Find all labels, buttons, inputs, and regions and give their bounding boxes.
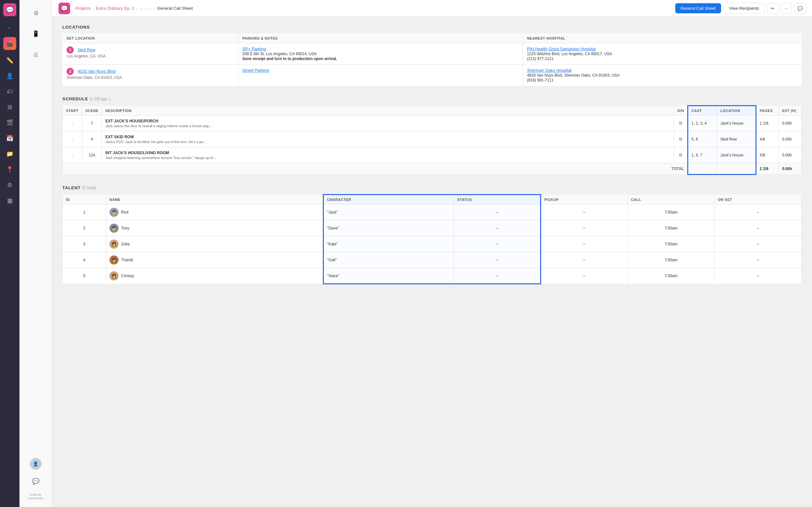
sched-pages: 4/8 [756, 131, 779, 147]
talent-status: – [454, 268, 541, 284]
talent-name: 👩 Thandi [106, 252, 323, 268]
talent-pickup: – [541, 252, 628, 268]
col-est: EST (H) [779, 106, 802, 116]
sched-cast: 5, 6 [688, 131, 717, 147]
sched-pages: 1 1/8 [756, 116, 779, 131]
edit-icon[interactable]: ✏️ [3, 54, 16, 67]
talent-section: TALENT (5 Total) ID NAME CHARACTER STATU… [62, 185, 802, 284]
schedule-row: – 4 EXT SKID ROW Jack's POV. Jack is ter… [63, 131, 802, 147]
main-content: 💬 Projects › Extra Ordinary Ep. 2 › ... … [52, 0, 812, 507]
col-id: ID [63, 195, 106, 205]
schedule-header-row: START SCENE DESCRIPTION D/N CAST LOCATIO… [63, 106, 802, 116]
col-call: CALL [627, 195, 715, 205]
sched-dn: D [674, 116, 688, 131]
location-row: 2 4520 Van Nuys Blvd Sherman Oaks, CA 91… [63, 65, 802, 86]
col-status: STATUS [454, 195, 541, 205]
location-hospital: Sherman Oaks Hospital 4929 Van Nuys Blvd… [523, 65, 802, 86]
locations-thead: SET LOCATION PARKING & NOTES NEAREST HOS… [63, 34, 802, 43]
film-icon[interactable]: 🎬 [3, 116, 16, 129]
sched-scene: 4 [82, 131, 102, 147]
talent-onset: – [715, 205, 802, 220]
talent-onset: – [715, 252, 802, 268]
col-cast: CAST [688, 106, 717, 116]
talent-call: 7:00am [627, 220, 715, 236]
breadcrumb-current: General Call Sheet [157, 6, 193, 11]
sched-location: Jack's House [717, 116, 756, 131]
more-button[interactable]: ··· [781, 3, 792, 14]
location-set: 2 4520 Van Nuys Blvd Sherman Oaks, CA 91… [63, 65, 239, 86]
sched-cast: 1, 6, 7 [688, 147, 717, 163]
location-icon[interactable]: 📍 [3, 163, 16, 176]
location-hospital: PIH Health Good Samaritan Hospital 1225 … [523, 43, 802, 65]
breadcrumb-project[interactable]: Extra Ordinary Ep. 2 [96, 6, 134, 11]
talent-character: "Voice" [323, 268, 453, 284]
resend-button[interactable]: Resend Call Sheet [675, 3, 721, 13]
breadcrumb-ellipsis2[interactable]: ... [148, 6, 152, 11]
total-cast [688, 163, 717, 175]
view-recipients-button[interactable]: View Recipients [724, 3, 765, 14]
sched-desc: EXT JACK'S HOUSE/PORCH Jack opens the do… [102, 116, 674, 131]
brand-icon[interactable]: 💬 [3, 3, 16, 16]
locations-section: LOCATIONS SET LOCATION PARKING & NOTES N… [62, 25, 802, 86]
monitor-icon: 🖥 [33, 10, 39, 16]
total-pages: 2 2/8 [756, 163, 779, 175]
sched-est: 0.00h [779, 131, 802, 147]
calendar-icon[interactable]: 📅 [3, 132, 16, 145]
schedule-row: – 7 EXT JACK'S HOUSE/PORCH Jack opens th… [63, 116, 802, 131]
talent-onset: – [715, 236, 802, 252]
sched-dn: D [674, 147, 688, 163]
talent-pickup: – [541, 220, 628, 236]
edit-button[interactable]: ✏ [767, 3, 778, 14]
board-icon[interactable]: ▦ [3, 194, 16, 207]
breadcrumb-ellipsis1[interactable]: ... [139, 6, 143, 11]
bookmark-icon[interactable]: 🏷 [3, 85, 16, 98]
locations-tbody: 1 Skid Row Los Angeles, CA, USA SP+ Park… [63, 43, 802, 86]
user-icon[interactable]: 👤 [3, 69, 16, 82]
talent-header-row: ID NAME CHARACTER STATUS PICKUP CALL ON … [63, 195, 802, 205]
col-description: DESCRIPTION [102, 106, 674, 116]
filter-icon[interactable]: ⚙ [3, 178, 16, 191]
col-parking-notes: PARKING & NOTES [239, 34, 523, 43]
mobile-view[interactable]: 📱 [23, 24, 49, 44]
location-parking: SP+ Parking 208 E 6th St, Los Angeles, C… [239, 43, 523, 65]
talent-thead: ID NAME CHARACTER STATUS PICKUP CALL ON … [63, 195, 802, 205]
talent-row: 1 👨 Rick "Jack" – – 7:00am – [63, 205, 802, 220]
user-avatar[interactable]: 👤 [30, 458, 42, 470]
comment-view[interactable]: 💬 [23, 471, 49, 491]
desktop-view[interactable]: 🖥 [23, 3, 49, 23]
sched-desc: INT JACK'S HOUSE/LIVING ROOM Jack stoppe… [102, 147, 674, 163]
print-view[interactable]: 🖨 [23, 45, 49, 64]
sched-start: – [63, 147, 82, 163]
back-icon[interactable]: ← [3, 21, 16, 35]
talent-pickup: – [541, 236, 628, 252]
col-pickup: PICKUP [541, 195, 628, 205]
sidebar-left: 💬 ← 🎬 ✏️ 👤 🏷 ⊞ 🎬 📅 📁 📍 ⚙ ▦ [0, 0, 19, 507]
location-set: 1 Skid Row Los Angeles, CA, USA [63, 43, 239, 65]
folder-icon[interactable]: 📁 [3, 147, 16, 160]
sched-desc: EXT SKID ROW Jack's POV. Jack is terrifi… [102, 131, 674, 147]
talent-row: 2 👨 Tony "Dave" – – 7:00am – [63, 220, 802, 236]
talent-onset: – [715, 220, 802, 236]
talent-name-text: Thandi [121, 258, 133, 262]
talent-name: 👨 Tony [106, 220, 323, 236]
topbar: 💬 Projects › Extra Ordinary Ep. 2 › ... … [52, 0, 812, 17]
col-character: CHARACTER [323, 195, 453, 205]
sidebar-right-bottom: 👤 💬 Made By Leanometry [23, 458, 49, 504]
chat-button[interactable]: 💬 [795, 3, 806, 14]
talent-id: 2 [63, 220, 106, 236]
sched-start: – [63, 131, 82, 147]
schedule-section: SCHEDULE (2 2/8 pgs, ) START SCENE DESCR… [62, 96, 802, 175]
breadcrumb-projects[interactable]: Projects [75, 6, 91, 11]
layers-icon[interactable]: ⊞ [3, 101, 16, 114]
talent-name-text: Tony [121, 226, 129, 230]
sched-dn: D [674, 131, 688, 147]
col-set-location: SET LOCATION [63, 34, 239, 43]
locations-title: LOCATIONS [62, 25, 802, 30]
schedule-total-row: TOTAL 2 2/8 0.00h [63, 163, 802, 175]
sched-est: 0.00h [779, 116, 802, 131]
talent-call: 7:00am [627, 268, 715, 284]
locations-header-row: SET LOCATION PARKING & NOTES NEAREST HOS… [63, 34, 802, 43]
mobile-icon: 📱 [32, 30, 39, 37]
sched-start: – [63, 116, 82, 131]
talent-id: 1 [63, 205, 106, 220]
